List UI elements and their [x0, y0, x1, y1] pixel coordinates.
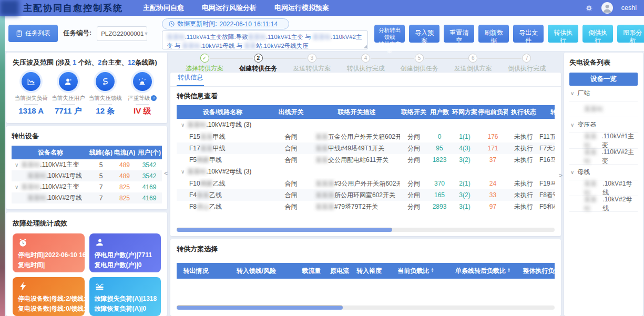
task-list-label: 任务列表 [25, 29, 50, 38]
chart-down-icon [22, 72, 40, 91]
app-title: 主配协同自愈控制系统 [23, 2, 123, 14]
tree-item[interactable]: 某某站 [569, 101, 638, 117]
transfer-plan-table-viewport: 转出情况转入馈线/风险载流量原电流转入裕度当前负载比▲▼单条线转后负载比▲▼整体… [177, 258, 555, 279]
caret-down-icon[interactable]: ∨ [15, 184, 18, 190]
tree-group-1[interactable]: ∨厂站 [569, 86, 638, 101]
exec-status-cell: 未执行 [508, 142, 539, 154]
caret-down-icon[interactable]: ∨ [181, 169, 185, 175]
user-icon [59, 72, 78, 91]
task-list-button[interactable]: 任务列表 [8, 25, 58, 42]
pre-outage-load-cell: 171 [478, 142, 508, 154]
caret-down-icon[interactable]: ∨ [570, 169, 574, 175]
tie-switch-cell: 分闸 [400, 178, 427, 189]
column-header[interactable]: 当前负载比▲▼ [384, 263, 447, 279]
device-overview-header[interactable]: 设备一览 [569, 73, 638, 86]
column-header: 转出情况 [177, 263, 215, 279]
table-row[interactable]: F15某某甲线合闸某某五金公用户外开关箱602开关分闸01(1)176未执行F1… [177, 131, 555, 142]
table-row[interactable]: F8虎山乙线合闸某某某#79塔79T2开关分闸28933(1)97未执行F5和春 [177, 201, 555, 212]
toolbar-button-1[interactable]: 分析转出馈线 转供电方案 [374, 25, 405, 43]
toolbar-button-2[interactable]: 导入预案 [409, 25, 439, 43]
caret-down-icon[interactable]: ∨ [570, 122, 574, 128]
step-circle: 3 [308, 54, 316, 63]
nav-item-3[interactable]: 电网运行模拟预案 [274, 3, 329, 13]
tab-transfer-info[interactable]: 转供信息 [177, 73, 204, 86]
step-1: ✓选择转供方案 [178, 54, 231, 73]
table-row[interactable]: 某某站.10kV#2母线78254169 [12, 192, 162, 203]
toolbar-button-7[interactable]: 倒供执行 [582, 25, 613, 43]
stat-card-3: 停电设备数|母线:2/馈线:12复电设备数|母线:0/馈线:0 [13, 277, 85, 316]
feeder-name-cell: F17某某甲线 [177, 142, 269, 154]
settings-gear-icon[interactable] [585, 4, 593, 12]
pre-outage-load-cell: 176 [478, 131, 508, 142]
tree-group-label: 母线 [577, 168, 590, 177]
tree-group-3[interactable]: ∨母线 [569, 165, 638, 180]
tree-item[interactable]: 某某站.10kV#2母线 [569, 196, 638, 212]
users-cell: 165 [427, 189, 452, 201]
table-row[interactable]: ∨某某站.110kV#1主变54893542 [12, 159, 162, 170]
column-header: 转入馈线/风险 [215, 263, 298, 279]
exec-status-cell: 未执行 [508, 131, 539, 142]
expand-right-icon[interactable]: > [558, 171, 563, 179]
transfer-info-table-viewport: 设备/线路名称出线开关联络开关描述联络开关用户数环网方案停电前负荷执行状态转入馈… [177, 105, 555, 226]
pre-outage-load-cell: 97 [478, 201, 508, 212]
sort-icon[interactable]: ▲▼ [431, 268, 434, 273]
metric-label: 当前失压用户 [50, 95, 87, 102]
help-icon[interactable]: ? [151, 95, 157, 101]
stat-line-1: 停电设备数|母线:2/馈线:12 [18, 294, 79, 304]
table-row[interactable]: F17某某甲线合闸某某甲线#49塔49T1开关分闸954(3)171未执行F7天… [177, 142, 555, 154]
table-row[interactable]: ∨某某站.110kV#2主变78254169 [12, 181, 162, 192]
caret-down-icon[interactable]: ∨ [181, 122, 185, 128]
caret-down-icon[interactable]: ∨ [15, 162, 18, 168]
toolbar-button-6[interactable]: 转供执行 [548, 25, 578, 43]
step-circle: 6 [468, 54, 477, 63]
step-label: 倒供执行完成 [500, 64, 554, 73]
table-row[interactable]: 某某站.10kV#1母线54893542 [12, 170, 162, 181]
plan-hscrollbar-thumb[interactable] [177, 305, 343, 310]
tree-group-2[interactable]: ∨变压器 [569, 117, 638, 133]
tree-item[interactable]: 某某站.110kV#1主变 [569, 133, 638, 149]
nav-item-2[interactable]: 电网运行风险分析 [202, 3, 257, 13]
lines-cell: 5 [89, 170, 113, 181]
toolbar: 任务列表 任务编号: PLZG22000001 ▼ 数据更新时间:2022-06… [0, 16, 644, 52]
data-update-time: 数据更新时间:2022-06-10 16:11:14 [162, 18, 289, 29]
toolbar-button-5[interactable]: 导出文件 [513, 25, 544, 43]
collapse-left-icon[interactable]: < [164, 169, 168, 177]
caret-down-icon[interactable]: ∨ [570, 90, 574, 96]
tree-item[interactable]: 某某站.10kV#1母线 [569, 180, 638, 196]
column-header: 转入馈线 [539, 105, 555, 119]
metric-value: IV 级 [124, 106, 161, 116]
users-cell: 2893 [427, 201, 452, 212]
person-icon [95, 238, 156, 248]
group-row[interactable]: ∨某某站.10kV#2母线 (3) [177, 166, 555, 178]
toolbar-button-3[interactable]: 重置清空 [444, 25, 474, 43]
user-avatar[interactable] [601, 2, 613, 14]
load-icon [95, 281, 156, 292]
nav-item-1[interactable]: 主配协同自愈 [143, 3, 184, 13]
toolbar-button-8[interactable]: 图形分析 [617, 25, 644, 43]
ring-plan-cell: 3(2) [452, 189, 478, 201]
info-hscrollbar-thumb[interactable] [177, 228, 392, 232]
transfer-info-inner: 转供信息查看 设备/线路名称出线开关联络开关描述联络开关用户数环网方案停电前负荷… [170, 87, 561, 236]
toolbar-button-4[interactable]: 刷新数据 [478, 25, 509, 43]
stat-line-2: 复电用户数(户)|0 [95, 260, 156, 270]
fault-description-input[interactable]: 某某站.110kV#1主变故障:导致某某站.110kV#1主变 与 某某站.11… [162, 30, 368, 49]
device-name-cell: 某某站.10kV#2母线 [12, 192, 89, 203]
group-row[interactable]: ∨某某站.10kV#1母线 (3) [177, 119, 555, 131]
target-feeder-cell: F8看守 [539, 189, 555, 201]
sort-icon[interactable]: ▲▼ [507, 268, 510, 273]
pre-outage-load-cell: 33 [478, 189, 508, 201]
metric-value: 7711 户 [50, 106, 87, 116]
center-column: ✓选择转供方案2创建转供任务3发送转供方案4转供执行完成5创建倒供任务6发送倒供… [170, 53, 561, 316]
column-header[interactable]: 整体执行负载比▲▼ [518, 263, 555, 279]
table-row[interactable]: F10网夏乙线合闸某某某#3公用户外开关箱602开关分闸3702(1)24未执行… [177, 178, 555, 189]
column-header[interactable]: 单条线转后负载比▲▼ [447, 263, 518, 279]
alarm-icon [133, 72, 152, 91]
device-name-cell: ∨某某站.110kV#1主变 [12, 159, 89, 170]
lines-cell: 5 [89, 159, 113, 170]
target-feeder-cell: F11五金 [539, 131, 555, 142]
target-feeder-cell: F7天凌 [539, 142, 555, 154]
table-row[interactable]: F5网夏甲线合闸某某交公用配电站611开关分闸18233(2)37未执行F16马… [177, 154, 555, 166]
table-row[interactable]: F4某某乙线合闸某某某所公用环网室602开关分闸1653(2)33未执行F8看守 [177, 189, 555, 201]
tree-item[interactable]: 某某站.110kV#2主变 [569, 149, 638, 165]
task-no-select[interactable]: PLZG22000001 ▼ [97, 26, 147, 41]
